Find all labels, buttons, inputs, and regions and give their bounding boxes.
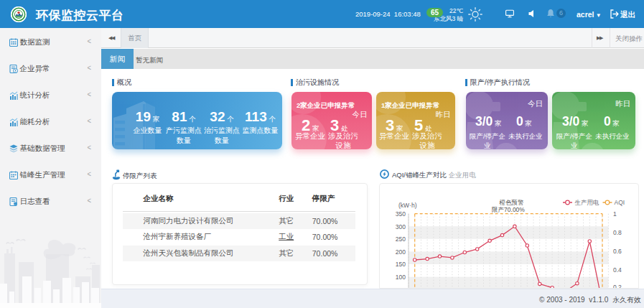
svg-text:(kW·h): (kW·h) [398, 202, 417, 209]
svg-text:250: 250 [395, 235, 405, 243]
svg-text:200: 200 [395, 248, 405, 256]
svg-text:1: 1 [613, 210, 617, 218]
svg-text:0.8: 0.8 [613, 229, 622, 236]
svg-text:橙色预警: 橙色预警 [499, 199, 524, 206]
svg-text:0.6: 0.6 [613, 248, 622, 255]
svg-text:100: 100 [395, 274, 405, 281]
svg-text:150: 150 [395, 261, 405, 268]
svg-text:生产用电: 生产用电 [574, 199, 599, 206]
svg-text:0.4: 0.4 [613, 266, 622, 274]
svg-text:350: 350 [395, 210, 405, 218]
svg-text:AQI: AQI [614, 199, 625, 206]
svg-text:限产70.00%: 限产70.00% [492, 206, 525, 213]
svg-text:300: 300 [395, 223, 405, 230]
svg-text:0.2: 0.2 [613, 284, 622, 289]
